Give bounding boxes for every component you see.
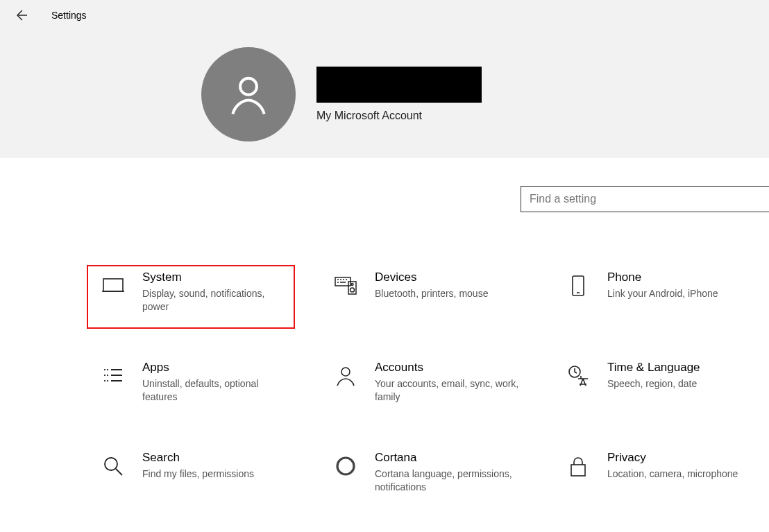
redacted-name <box>316 67 482 103</box>
svg-point-9 <box>105 458 117 470</box>
search-icon <box>99 454 127 481</box>
svg-point-7 <box>341 368 350 376</box>
window-header: Settings <box>0 0 769 31</box>
search-input[interactable] <box>521 186 769 212</box>
card-devices[interactable]: Devices Bluetooth, printers, mouse <box>319 265 527 329</box>
svg-point-10 <box>337 458 354 474</box>
card-desc: Speech, region, date <box>607 377 700 391</box>
person-outline-icon <box>332 363 360 391</box>
card-accounts[interactable]: Accounts Your accounts, email, sync, wor… <box>319 355 527 419</box>
card-desc: Your accounts, email, sync, work, family <box>375 377 521 404</box>
card-title: Apps <box>142 361 288 375</box>
arrow-left-icon <box>12 7 29 24</box>
card-title: Time & Language <box>607 361 700 375</box>
list-icon <box>99 363 127 391</box>
search-wrap <box>0 158 769 212</box>
card-desc: Cortana language, permissions, notificat… <box>375 467 521 494</box>
card-desc: Display, sound, notifications, power <box>142 287 288 314</box>
svg-point-4 <box>351 284 353 286</box>
page-title: Settings <box>51 10 87 21</box>
avatar[interactable] <box>201 47 296 141</box>
time-language-icon <box>564 363 592 391</box>
lock-icon <box>564 454 592 481</box>
card-desc: Bluetooth, printers, mouse <box>375 287 488 300</box>
card-title: System <box>142 271 288 284</box>
card-desc: Location, camera, microphone <box>607 467 738 481</box>
card-title: Privacy <box>607 451 738 465</box>
person-icon <box>225 71 272 118</box>
svg-rect-1 <box>103 279 123 291</box>
card-time-language[interactable]: Time & Language Speech, region, date <box>552 355 760 419</box>
my-microsoft-account-link[interactable]: My Microsoft Account <box>316 110 482 122</box>
back-button[interactable] <box>12 7 29 24</box>
monitor-icon <box>99 273 127 301</box>
account-banner: My Microsoft Account <box>0 31 769 158</box>
card-title: Devices <box>375 271 488 284</box>
svg-rect-11 <box>571 465 585 476</box>
settings-grid: System Display, sound, notifications, po… <box>87 265 769 509</box>
card-privacy[interactable]: Privacy Location, camera, microphone <box>552 445 760 509</box>
card-phone[interactable]: Phone Link your Android, iPhone <box>552 265 760 329</box>
card-desc: Link your Android, iPhone <box>607 287 718 300</box>
card-cortana[interactable]: Cortana Cortana language, permissions, n… <box>319 445 527 509</box>
svg-point-0 <box>240 78 257 95</box>
card-title: Search <box>142 451 254 465</box>
card-search[interactable]: Search Find my files, permissions <box>87 445 295 509</box>
cortana-icon <box>332 454 360 481</box>
account-info: My Microsoft Account <box>316 67 482 122</box>
card-title: Phone <box>607 271 718 284</box>
card-title: Accounts <box>375 361 521 375</box>
card-desc: Uninstall, defaults, optional features <box>142 377 288 404</box>
keyboard-speaker-icon <box>332 273 360 301</box>
card-desc: Find my files, permissions <box>142 467 254 481</box>
card-title: Cortana <box>375 451 521 465</box>
phone-icon <box>564 273 592 301</box>
svg-point-5 <box>350 288 355 292</box>
card-apps[interactable]: Apps Uninstall, defaults, optional featu… <box>87 355 295 419</box>
card-system[interactable]: System Display, sound, notifications, po… <box>87 265 295 329</box>
